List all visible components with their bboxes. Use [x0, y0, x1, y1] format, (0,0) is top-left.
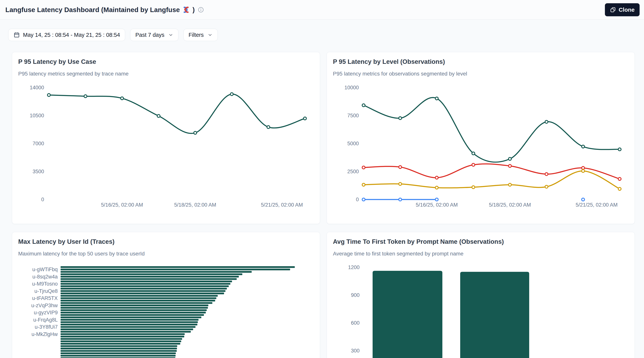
svg-text:1200: 1200 — [348, 264, 360, 270]
svg-text:5/18/25, 02:00 AM: 5/18/25, 02:00 AM — [174, 202, 216, 208]
svg-text:u-gWTiFbq: u-gWTiFbq — [32, 266, 58, 272]
svg-text:u-M9Tosno: u-M9Tosno — [32, 281, 58, 287]
page-header: Langfuse Latency Dashboard (Maintained b… — [0, 0, 644, 20]
filters-label: Filters — [188, 32, 204, 38]
card-subtitle: Average time to first token segmented by… — [333, 250, 628, 257]
card-subtitle: P95 latency metrics segmented by trace n… — [18, 70, 314, 77]
svg-text:5/18/25, 02:00 AM: 5/18/25, 02:00 AM — [489, 202, 531, 208]
svg-text:u-MkZlgHw: u-MkZlgHw — [32, 331, 58, 337]
card-title: P 95 Latency by Use Case — [18, 58, 314, 66]
svg-text:7000: 7000 — [32, 141, 44, 146]
svg-text:u-TjruQe8: u-TjruQe8 — [34, 288, 58, 294]
copy-icon — [610, 7, 616, 13]
svg-text:u-tFAR5TX: u-tFAR5TX — [32, 295, 58, 301]
calendar-icon — [14, 32, 20, 38]
svg-text:2500: 2500 — [347, 169, 359, 174]
chart-avg-time-to-first-token[interactable]: 1200900600300 — [333, 262, 629, 358]
svg-text:u-gyzVIP9: u-gyzVIP9 — [34, 310, 58, 316]
filter-toolbar: May 14, 25 : 08:54 - May 21, 25 : 08:54 … — [8, 29, 644, 41]
chevron-down-icon — [208, 32, 212, 37]
chart-p95-latency-level[interactable]: 0250050007500100005/16/25, 02:00 AM5/18/… — [333, 82, 629, 209]
svg-text:5/16/25, 02:00 AM: 5/16/25, 02:00 AM — [416, 202, 458, 208]
page-title-text: Langfuse Latency Dashboard (Maintained b… — [5, 6, 180, 14]
svg-text:u-FrqAg8L: u-FrqAg8L — [33, 317, 58, 323]
card-subtitle: Maximum latency for the top 50 users by … — [18, 250, 314, 257]
card-p95-latency-use-case: P 95 Latency by Use Case P95 latency met… — [12, 52, 320, 224]
date-preset-select[interactable]: Past 7 days — [130, 29, 178, 41]
filters-button[interactable]: Filters — [184, 29, 218, 41]
svg-text:0: 0 — [356, 197, 359, 202]
card-p95-latency-level: P 95 Latency by Level (Observations) P95… — [326, 52, 635, 224]
svg-text:14000: 14000 — [30, 85, 44, 90]
date-preset-value: Past 7 days — [135, 32, 164, 38]
clone-button[interactable]: Clone — [605, 3, 640, 16]
svg-text:10500: 10500 — [30, 113, 44, 118]
card-title: P 95 Latency by Level (Observations) — [333, 58, 628, 66]
svg-text:600: 600 — [351, 320, 360, 326]
svg-text:10000: 10000 — [344, 85, 359, 90]
svg-text:5/21/25, 02:00 AM: 5/21/25, 02:00 AM — [576, 202, 618, 208]
chart-p95-latency-use-case[interactable]: 03500700010500140005/16/25, 02:00 AM5/18… — [18, 82, 314, 209]
clone-button-label: Clone — [619, 6, 634, 13]
svg-text:5/16/25, 02:00 AM: 5/16/25, 02:00 AM — [101, 202, 143, 208]
card-avg-time-to-first-token: Avg Time To First Token by Prompt Name (… — [326, 232, 635, 358]
page-title: Langfuse Latency Dashboard (Maintained b… — [5, 6, 195, 14]
svg-text:u-zVqP3hw: u-zVqP3hw — [31, 302, 58, 308]
svg-text:u-3Y8fUi7: u-3Y8fUi7 — [35, 324, 58, 330]
svg-text:u-8sq2w4a: u-8sq2w4a — [32, 274, 58, 280]
svg-text:300: 300 — [351, 348, 360, 354]
svg-text:5000: 5000 — [347, 141, 359, 146]
date-range-picker[interactable]: May 14, 25 : 08:54 - May 21, 25 : 08:54 — [8, 29, 125, 41]
svg-text:5/21/25, 02:00 AM: 5/21/25, 02:00 AM — [261, 202, 303, 208]
card-subtitle: P95 latency metrics for observations seg… — [333, 70, 628, 77]
card-max-latency-user-id: Max Latency by User Id (Traces) Maximum … — [12, 232, 320, 358]
svg-text:900: 900 — [351, 292, 360, 298]
info-icon[interactable] — [198, 7, 204, 13]
chart-max-latency-user-id[interactable]: u-gWTiFbqu-8sq2w4au-M9Tosnou-TjruQe8u-tF… — [18, 262, 314, 358]
svg-text:0: 0 — [41, 197, 44, 202]
svg-text:7500: 7500 — [347, 113, 359, 118]
date-range-text: May 14, 25 : 08:54 - May 21, 25 : 08:54 — [23, 32, 120, 38]
langfuse-knot-emoji — [182, 6, 190, 14]
page-title-suffix: ) — [192, 6, 195, 14]
chevron-down-icon — [168, 32, 173, 37]
card-title: Max Latency by User Id (Traces) — [18, 238, 314, 246]
card-title: Avg Time To First Token by Prompt Name (… — [333, 238, 628, 246]
svg-text:3500: 3500 — [32, 169, 44, 174]
